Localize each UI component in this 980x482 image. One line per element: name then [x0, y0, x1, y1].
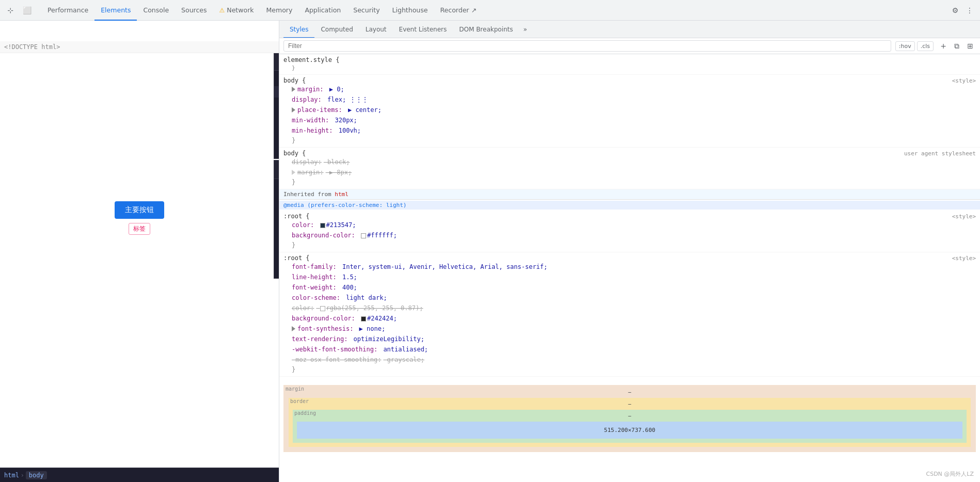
devtools-tab-memory[interactable]: Memory [260, 1, 299, 21]
color-swatch-rgba [320, 306, 325, 311]
style-prop-lh: line-height: 1.5; [283, 272, 976, 282]
prop-val-wfs: antialiased; [380, 345, 428, 354]
box-model-padding-label: padding [294, 410, 316, 416]
preview-tag: 标签 [129, 223, 150, 235]
filter-hov[interactable]: :hov [895, 41, 915, 51]
color-swatch-ffffff [361, 233, 366, 238]
box-model-margin-dash: − [287, 389, 973, 396]
devtools-tab-network[interactable]: ⚠Network [213, 1, 260, 21]
style-rule-root-1-header: :root { <style> [283, 213, 976, 220]
style-prop-wfs: -webkit-font-smoothing: antialiased; [283, 344, 976, 355]
style-source-root2: <style> [952, 255, 976, 262]
filter-input[interactable] [283, 40, 891, 52]
style-rule-root-2: :root { <style> font-family: Inter, syst… [279, 252, 980, 377]
prop-name-tr: text-rendering: [292, 334, 347, 344]
devtools-tab-console[interactable]: Console [137, 1, 175, 21]
settings-icon[interactable]: ⚙ [949, 4, 961, 17]
style-prop-fw: font-weight: 400; [283, 282, 976, 293]
filter-refresh-icon[interactable]: ⊞ [965, 40, 976, 52]
code-line: 5</template> [274, 120, 279, 132]
filter-cls[interactable]: .cls [917, 41, 934, 51]
devtools-tab-sources[interactable]: Sources [175, 1, 213, 21]
box-model-margin: margin − border − padding − 515.200×737.… [283, 385, 976, 452]
style-prop-minw: min-width: 320px; [283, 115, 976, 125]
filter-add-icon[interactable]: + [938, 40, 949, 52]
prop-name-bg-r1: background-color: [292, 231, 355, 240]
styles-tab-computed[interactable]: Computed [314, 21, 359, 38]
code-panel-1-tabs: 🟥package.json💛vite.config.ts💚App.vue× [274, 52, 279, 71]
code-line: 5const app : App<Element> = createApp(Ap… [274, 229, 279, 240]
more-icon[interactable]: ⋮ [963, 4, 976, 17]
box-model-margin-label: margin [286, 386, 304, 392]
filter-bar: :hov .cls + ⧉ ⊞ [279, 38, 980, 54]
inspect-icon[interactable]: ⊹ [4, 4, 17, 17]
code-line: 2 <Button type="primary">主要按钮</Button> [274, 86, 279, 98]
prop-val-minh: 100vh; [335, 126, 361, 135]
style-source-bodyua: user agent stylesheet [904, 150, 976, 157]
rule-close-root2: } [283, 365, 976, 374]
style-source-body1: <style> [952, 77, 976, 84]
styles-tab-dom-breakpoints[interactable]: DOM Breakpoints [453, 21, 519, 38]
style-prop-fsynth: font-synthesis: ▶ none; [283, 324, 976, 334]
style-selector-root1: :root { [283, 213, 310, 220]
breadcrumb-html[interactable]: html [4, 472, 19, 479]
prop-name-place: place-items: [297, 105, 342, 115]
triangle-ua[interactable] [292, 170, 295, 175]
prop-name-wfs: -webkit-font-smoothing: [292, 345, 377, 354]
code-panel-1: 🟥package.json💛vite.config.ts💚App.vue× 1<… [274, 52, 279, 159]
styles-tab-event-listeners[interactable]: Event Listeners [393, 21, 453, 38]
code-panel-2-tabs: 🟥package.json💛vite.config.ts🟠main.ts× [274, 160, 279, 179]
devtools-tab-performance[interactable]: Performance [41, 1, 94, 21]
line-num: 7 [278, 251, 279, 263]
line-num: 2 [278, 195, 279, 206]
prop-name-color-r1: color: [292, 220, 314, 230]
line-num: 7 [278, 143, 279, 154]
preview-primary-button[interactable]: 主要按钮 [115, 201, 164, 219]
code-tab-package-json[interactable]: 🟥package.json [274, 160, 279, 179]
styles-tabs-more[interactable]: » [524, 26, 527, 33]
prop-val-mfs: grayscale; [383, 355, 424, 364]
box-model-padding-dash: − [295, 413, 965, 420]
devtools-tab-recorder-↗[interactable]: Recorder ↗ [434, 1, 482, 21]
style-prop-bg-root1: background-color: #ffffff; [283, 230, 976, 240]
devtools-tab-lighthouse[interactable]: Lighthouse [386, 1, 434, 21]
breadcrumb-body[interactable]: body [26, 471, 47, 479]
styles-content: element.style { } body { <style> margin:… [279, 54, 980, 482]
prop-name-lh: line-height: [292, 272, 337, 282]
devtools-right-icons: ⚙ ⋮ [949, 4, 976, 17]
devtools-panel: StylesComputedLayoutEvent ListenersDOM B… [279, 21, 980, 482]
filter-copy-icon[interactable]: ⧉ [951, 40, 962, 52]
styles-tab-styles[interactable]: Styles [283, 21, 314, 38]
style-prop-margin: margin: ▶ 0; [283, 84, 976, 94]
triangle-icon-place[interactable] [292, 107, 295, 113]
prop-val-color-r1: #213547; [316, 220, 356, 230]
code-line: 1import { createApp } from "vue"; [274, 183, 279, 195]
style-prop-ff: font-family: Inter, system-ui, Avenir, H… [283, 262, 976, 272]
prop-name-minw: min-width: [292, 116, 329, 125]
triangle-icon[interactable] [292, 87, 295, 92]
code-line: 3import App from "./App.vue"; [274, 206, 279, 217]
color-swatch-213547 [320, 223, 325, 228]
prop-val-bg-r2: #242424; [357, 314, 397, 323]
code-tab-package-json[interactable]: 🟥package.json [274, 52, 279, 70]
style-selector-root2: :root { [283, 254, 310, 262]
main-content: 主要按钮 标签 🟥package.json💛vite.config.ts💚App… [0, 21, 980, 482]
device-icon[interactable]: ⬜ [21, 4, 33, 17]
devtools-tab-security[interactable]: Security [347, 1, 386, 21]
styles-tab-layout[interactable]: Layout [359, 21, 393, 38]
devtools-tab-application[interactable]: Application [298, 1, 347, 21]
prop-val-color-st: rgba(255, 255, 255, 0.87); [316, 303, 423, 313]
prop-val-display-ua: block; [324, 157, 350, 167]
line-num: 3 [278, 98, 279, 109]
prop-val-place: ▶ center; [344, 105, 382, 115]
triangle-fsynth[interactable] [292, 326, 295, 331]
line-num: 4 [278, 109, 279, 120]
rule-close-root1: } [283, 240, 976, 250]
prop-val-bg-r1: #ffffff; [357, 231, 397, 240]
box-model-padding: padding − 515.200×737.600 [293, 410, 967, 443]
style-rule-element-close: } [283, 63, 976, 72]
code-line: 2import "./style.css"; [274, 195, 279, 206]
devtools-tab-elements[interactable]: Elements [94, 1, 137, 21]
preview-area: 主要按钮 标签 🟥package.json💛vite.config.ts💚App… [0, 21, 279, 482]
style-prop-color-root1: color: #213547; [283, 220, 976, 230]
